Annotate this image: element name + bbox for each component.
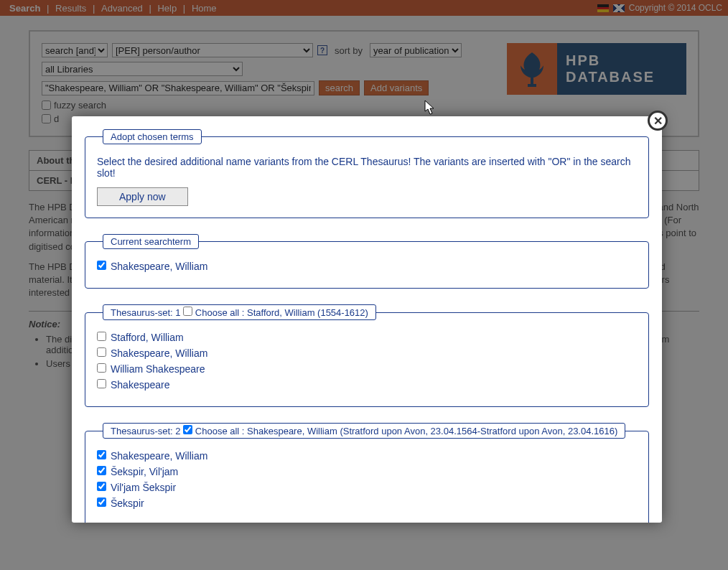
set1-choose-all-label[interactable]: Choose all : Stafford, William (1554-161… [195, 307, 368, 318]
variant-item[interactable]: Vil'jam Šekspir [97, 482, 637, 493]
thesaurus-set-1-fieldset: Thesaurus-set: 1 Choose all : Stafford, … [85, 304, 649, 407]
close-icon[interactable]: ✕ [648, 111, 668, 131]
current-list: Shakespeare, William [97, 261, 637, 272]
variant-checkbox[interactable] [97, 466, 106, 475]
adopt-legend: Adopt chosen terms [103, 129, 202, 144]
variant-checkbox[interactable] [97, 347, 106, 357]
current-legend: Current searchterm [103, 234, 199, 249]
set2-list: Shakespeare, WilliamŠekspir, Vil'jamVil'… [97, 450, 637, 509]
variant-checkbox[interactable] [97, 261, 106, 270]
variant-checkbox[interactable] [97, 450, 106, 459]
variant-item[interactable]: Šekspir [97, 497, 637, 509]
variants-modal: ✕ Adopt chosen terms Select the desired … [72, 116, 662, 523]
variant-checkbox[interactable] [97, 379, 106, 388]
variant-checkbox[interactable] [97, 482, 106, 491]
thesaurus-set-2-fieldset: Thesaurus-set: 2 Choose all : Shakespear… [85, 423, 649, 523]
variant-checkbox[interactable] [97, 497, 106, 507]
variant-item[interactable]: Shakespeare, William [97, 261, 637, 272]
adopt-fieldset: Adopt chosen terms Select the desired ad… [85, 129, 649, 218]
variant-checkbox[interactable] [97, 363, 106, 373]
variant-item[interactable]: William Shakespeare [97, 363, 637, 375]
adopt-instructions: Select the desired additional name varia… [97, 156, 637, 179]
apply-now-button[interactable]: Apply now [97, 187, 188, 206]
set1-list: Stafford, WilliamShakespeare, WilliamWil… [97, 332, 637, 391]
variant-item[interactable]: Shakespeare, William [97, 347, 637, 359]
variant-checkbox[interactable] [97, 332, 106, 341]
variant-item[interactable]: Shakespeare [97, 379, 637, 391]
variant-item[interactable]: Stafford, William [97, 332, 637, 343]
set2-choose-all-label[interactable]: Choose all : Shakespeare, William (Strat… [195, 426, 618, 436]
set1-legend: Thesaurus-set: 1 Choose all : Stafford, … [103, 304, 376, 320]
variant-item[interactable]: Shakespeare, William [97, 450, 637, 462]
set2-legend: Thesaurus-set: 2 Choose all : Shakespear… [103, 423, 625, 439]
set1-choose-all-checkbox[interactable] [183, 307, 192, 316]
variant-item[interactable]: Šekspir, Vil'jam [97, 466, 637, 477]
current-searchterm-fieldset: Current searchterm Shakespeare, William [85, 234, 649, 289]
set2-choose-all-checkbox[interactable] [183, 425, 192, 434]
modal-scroll[interactable]: Adopt chosen terms Select the desired ad… [72, 116, 662, 523]
